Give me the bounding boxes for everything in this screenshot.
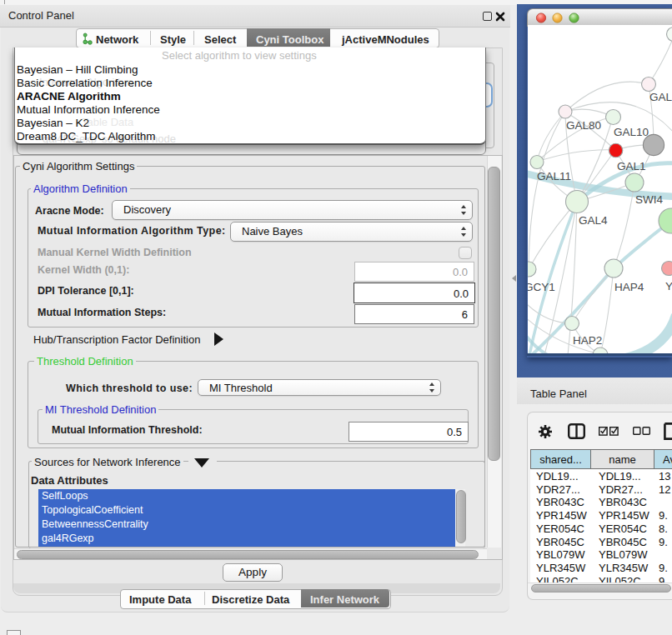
svg-text:GAL4: GAL4 (579, 214, 608, 227)
svg-text:GAL10: GAL10 (614, 126, 649, 138)
svg-text:SWI4: SWI4 (635, 193, 663, 206)
svg-text:GAL80: GAL80 (566, 119, 601, 132)
svg-text:GCY1: GCY1 (528, 281, 555, 293)
svg-text:GAL11: GAL11 (537, 170, 571, 182)
svg-text:HAP4: HAP4 (614, 281, 644, 293)
svg-text:GAL: GAL (649, 91, 672, 103)
svg-text:Y: Y (665, 280, 672, 292)
svg-text:GAL1: GAL1 (617, 160, 646, 172)
svg-text:HAP2: HAP2 (573, 334, 602, 347)
